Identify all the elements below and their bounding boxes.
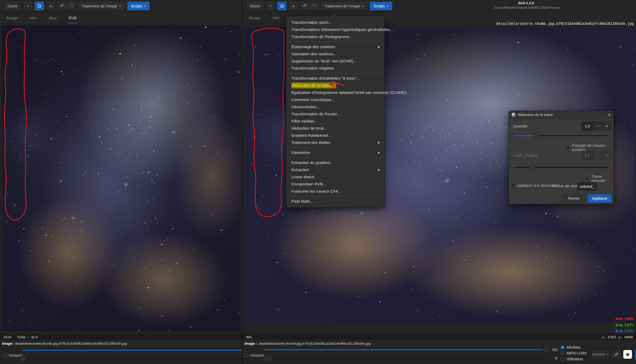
menu-item[interactable]: Linear Match... ▶ bbox=[287, 173, 384, 180]
menu-item-label: Réduction de la trame... bbox=[291, 83, 336, 88]
lo-slider-handle[interactable] bbox=[265, 355, 272, 362]
menu-item[interactable]: Transformations d'étirement hyperbolique… bbox=[287, 26, 384, 33]
link-channels-button[interactable] bbox=[611, 350, 621, 359]
record-button[interactable]: ● bbox=[46, 2, 55, 10]
dialog-titlebar: Réduction de la trame × bbox=[509, 111, 613, 119]
right-headerbar: Ouvrir ▼ ● ↶ ↷ Traitement de l'image▼ Sc… bbox=[243, 0, 636, 12]
record-button[interactable]: ● bbox=[289, 2, 298, 10]
menu-item[interactable]: Transformation de l'histogramme... ▶ bbox=[287, 33, 384, 40]
close-icon[interactable]: × bbox=[608, 112, 611, 117]
sigma-spinbox: 1.0 − + bbox=[581, 151, 612, 160]
open-dropdown-button[interactable]: ▼ bbox=[266, 2, 275, 10]
image-processing-menu-button[interactable]: Traitement de l'image▼ bbox=[321, 2, 368, 10]
star-icon: ★ bbox=[625, 351, 630, 358]
prefix-input[interactable] bbox=[577, 182, 597, 191]
hi-slider-handle[interactable] bbox=[543, 346, 550, 353]
scale-mode-dropdown[interactable]: Linéaire▼ bbox=[591, 350, 609, 359]
menu-item[interactable]: Réduction de la trame... ▶ bbox=[287, 82, 384, 89]
menu-item[interactable]: Traitement des étoiles ▶ bbox=[287, 139, 384, 146]
truncate-row: tronquer bbox=[3, 353, 23, 357]
left-image-viewport[interactable] bbox=[2, 25, 241, 331]
home-button[interactable] bbox=[277, 2, 287, 10]
menu-item[interactable]: Transformation de Fourier... ▶ bbox=[287, 110, 384, 117]
redo-button[interactable]: ↷ bbox=[67, 2, 76, 10]
lo-value: 6 bbox=[555, 356, 557, 360]
vertical-banding-label: Trame verticale bbox=[591, 174, 613, 183]
channel-tab[interactable]: RVB bbox=[68, 12, 78, 24]
menu-item[interactable]: Pixel Math... ▶ bbox=[287, 198, 384, 205]
caret-down-icon: ▼ bbox=[27, 5, 29, 7]
protect-highlights-checkbox[interactable] bbox=[566, 146, 570, 150]
amount-slider-handle[interactable] bbox=[533, 133, 539, 139]
channel-tab[interactable]: Bleu bbox=[48, 12, 57, 24]
menu-item-label: Pixel Math... bbox=[291, 199, 313, 203]
truncate-checkbox[interactable] bbox=[3, 353, 7, 357]
minus-button[interactable]: − bbox=[593, 121, 602, 131]
menu-item[interactable]: Réduction de bruit... ▶ bbox=[287, 125, 384, 132]
menu-item[interactable]: Transformation asinh... ▶ bbox=[287, 19, 384, 26]
menu-item[interactable]: Transformation d'ondelettes "à trous"...… bbox=[287, 75, 384, 82]
home-icon bbox=[37, 4, 42, 8]
display-mode-radio[interactable]: Min/Max bbox=[561, 345, 586, 350]
plus-button[interactable]: + bbox=[602, 121, 612, 131]
home-button[interactable] bbox=[35, 2, 44, 10]
undo-button[interactable]: ↶ bbox=[300, 2, 309, 10]
sigma-label: Coeff. 1/Sigma bbox=[513, 153, 538, 157]
open-button[interactable]: Ouvrir bbox=[246, 2, 264, 10]
menu-item-label: Composition RVB... bbox=[291, 182, 326, 186]
banding-reduction-dialog: Réduction de la trame × Quantité 1.0 − +… bbox=[509, 111, 614, 204]
undo-button[interactable]: ↶ bbox=[57, 2, 67, 10]
image-processing-menu-button[interactable]: Traitement de l'image▼ bbox=[78, 2, 125, 10]
display-mode-radio[interactable]: Utilisateur bbox=[561, 356, 586, 362]
apply-button[interactable]: Appliquer bbox=[588, 194, 612, 203]
truncate-label: tronquer bbox=[250, 353, 264, 357]
star-detection-button[interactable]: ★ bbox=[623, 350, 632, 359]
tab-label: Bleu bbox=[49, 16, 57, 20]
amount-value[interactable]: 1.0 bbox=[581, 121, 593, 131]
channel-tab[interactable]: Rouge bbox=[248, 12, 261, 24]
menu-item-label: Transformation asinh... bbox=[291, 20, 332, 25]
redo-button[interactable]: ↷ bbox=[309, 2, 319, 10]
menu-item[interactable]: Étalonnage des couleurs ▶ bbox=[287, 43, 384, 50]
menu-item[interactable]: Extraction ▶ bbox=[287, 166, 384, 173]
menu-item[interactable]: Correction cosmétique... ▶ bbox=[287, 96, 384, 103]
menu-item[interactable]: Extraction du gradient... ▶ bbox=[287, 159, 384, 166]
menu-item[interactable]: Transformation négative ▶ bbox=[287, 65, 384, 72]
menu-item[interactable]: Composition RVB... ▶ bbox=[287, 180, 384, 188]
channel-tab[interactable]: Vert bbox=[29, 12, 38, 24]
siril-app-icon bbox=[512, 113, 516, 117]
scripts-menu-button[interactable]: Scripts▼ bbox=[370, 2, 393, 10]
scripts-menu-button[interactable]: Scripts▼ bbox=[127, 2, 150, 10]
tab-label: Rouge bbox=[249, 16, 260, 20]
menu-item[interactable]: Filtre médian... ▶ bbox=[287, 117, 384, 125]
open-button[interactable]: Ouvrir bbox=[4, 2, 21, 10]
left-image-name-bar: Image: detaildelarosette.thumb.jpg.b70c5… bbox=[0, 340, 242, 347]
close-button[interactable]: Fermer bbox=[562, 194, 586, 203]
hi-slider[interactable] bbox=[23, 350, 242, 351]
truncate-checkbox[interactable] bbox=[244, 353, 248, 357]
apply-sequence-checkbox[interactable] bbox=[511, 184, 515, 188]
lo-slider-handle[interactable] bbox=[20, 355, 26, 362]
vertical-banding-checkbox[interactable] bbox=[585, 177, 589, 181]
cut-off-button[interactable] bbox=[635, 350, 636, 359]
hi-slider[interactable] bbox=[264, 349, 544, 350]
caret-down-icon: ▼ bbox=[606, 354, 608, 356]
menu-item[interactable]: Suppression du "bruit" vert (SCNR)... ▶ bbox=[287, 57, 384, 65]
display-mode-radio[interactable]: MIPS-LO/HI bbox=[561, 351, 586, 356]
lo-slider[interactable] bbox=[25, 358, 242, 359]
menu-item[interactable]: Géométrie ▶ bbox=[287, 149, 384, 156]
channel-tab[interactable]: Rouge bbox=[6, 12, 19, 24]
menu-item[interactable]: Déconvolution... ▶ bbox=[287, 103, 384, 110]
vertical-banding-row: Trame verticale bbox=[585, 174, 613, 183]
menu-item[interactable]: Saturation des couleurs... ▶ bbox=[287, 50, 384, 57]
caret-down-icon: ▼ bbox=[270, 5, 272, 7]
menu-item[interactable]: Gradient Rotationnel... ▶ bbox=[287, 132, 384, 139]
channel-tab[interactable]: Vert bbox=[272, 12, 280, 24]
cursor-coordinates: x: 0383 y: 0008 bbox=[602, 335, 633, 339]
open-dropdown-button[interactable]: ▼ bbox=[23, 2, 33, 10]
menu-item[interactable]: Égalisation d'histogramme adaptatif limi… bbox=[287, 89, 384, 96]
menu-item[interactable]: Fusionner les canaux CFA... ▶ bbox=[287, 188, 384, 195]
lo-slider[interactable] bbox=[271, 358, 544, 359]
caret-down-icon: ▼ bbox=[119, 5, 121, 7]
tab-label: Vert bbox=[273, 16, 279, 20]
